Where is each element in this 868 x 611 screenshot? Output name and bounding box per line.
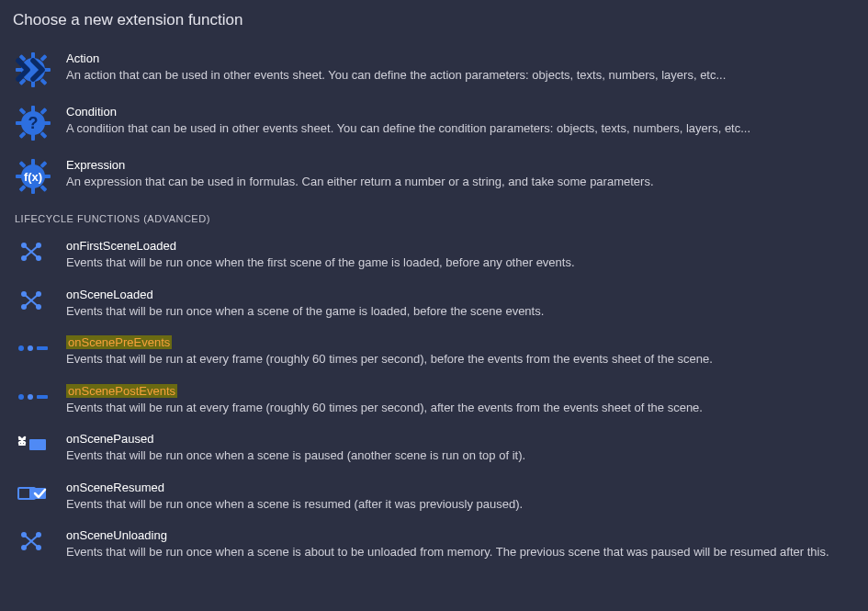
svg-rect-41 [37,346,48,350]
item-desc: Events that will be run once when the fi… [66,255,853,271]
item-desc: Events that will be run at every frame (… [66,351,853,368]
resume-rect-icon [15,481,51,506]
cross-dots-icon [15,528,51,554]
gear-fx-glyph: f(x) [15,158,51,195]
item-title: onScenePostEvents [66,384,853,398]
pause-rect-icon [15,432,51,458]
item-desc: Events that will be run once when a scen… [66,447,853,464]
svg-point-39 [18,345,24,351]
item-title: onScenePreEvents [66,335,853,349]
gear-question-glyph: ? [15,105,51,141]
cross-dots-icon [15,239,51,265]
page-title: Choose a new extension function [13,11,855,29]
item-desc: A condition that can be used in other ev… [66,120,853,137]
lifecycle-item-onSceneUnloading[interactable]: onSceneUnloadingEvents that will be run … [13,521,855,570]
item-desc: An action that can be used in other even… [66,67,853,84]
gear-chevrons-glyph [15,51,51,88]
lifecycle-item-onScenePostEvents[interactable]: onScenePostEventsEvents that will be run… [13,377,855,425]
item-desc: Events that will be run once when a scen… [66,544,853,560]
item-title: Expression [66,158,853,172]
item-title: onFirstSceneLoaded [66,239,853,253]
item-title: Action [66,51,853,65]
item-title: onSceneLoaded [66,288,853,301]
dots-line-icon [15,384,51,410]
lifecycle-item-onSceneResumed[interactable]: onSceneResumedEvents that will be run on… [13,473,855,522]
item-desc: Events that will be run at every frame (… [66,400,853,416]
dots-line-icon [15,335,51,361]
gear-question-icon: ? [15,105,51,141]
svg-rect-45 [29,439,46,450]
item-desc: An expression that can be used in formul… [66,174,853,190]
item-title: onSceneUnloading [66,528,853,542]
lifecycle-item-onFirstSceneLoaded[interactable]: onFirstSceneLoadedEvents that will be ru… [13,232,855,280]
item-condition[interactable]: ? Condition A condition that can be used… [13,97,855,151]
cross-dots-icon [15,288,51,313]
item-expression[interactable]: f(x) Expression An expression that can b… [13,151,855,204]
svg-rect-44 [37,395,48,399]
item-desc: Events that will be run once when a scen… [66,303,853,320]
item-action[interactable]: Action An action that can be used in oth… [13,44,855,97]
item-title: Condition [66,105,853,119]
lifecycle-item-onScenePreEvents[interactable]: onScenePreEventsEvents that will be run … [13,328,855,377]
lifecycle-item-onScenePaused[interactable]: onScenePausedEvents that will be run onc… [13,424,855,473]
lifecycle-section-label: LIFECYCLE FUNCTIONS (ADVANCED) [15,213,855,224]
gear-chevrons-icon [15,51,51,88]
item-title: onSceneResumed [66,481,853,494]
lifecycle-item-onSceneLoaded[interactable]: onSceneLoadedEvents that will be run onc… [13,280,855,329]
item-title: onScenePaused [66,432,853,446]
gear-fx-icon: f(x) [15,158,51,195]
item-desc: Events that will be run once when a scen… [66,496,853,513]
svg-point-42 [18,394,24,400]
svg-point-43 [28,394,33,400]
svg-point-40 [28,345,33,351]
